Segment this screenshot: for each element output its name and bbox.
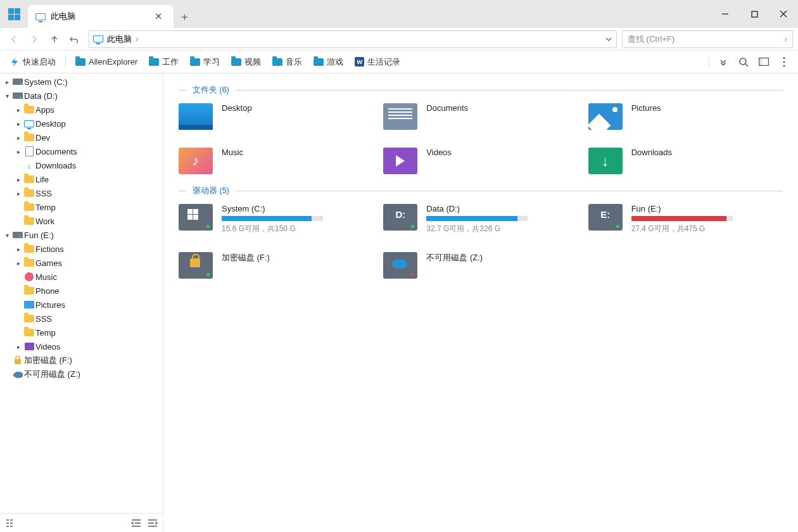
tree-row[interactable]: ▸Videos xyxy=(0,339,163,353)
bookmark-item[interactable]: 学习 xyxy=(186,54,224,70)
tree-row[interactable]: ▸Documents xyxy=(0,144,163,158)
address-bar[interactable]: 此电脑 › xyxy=(89,30,617,48)
tree-row[interactable]: 加密磁盘 (F:) xyxy=(0,353,163,367)
drive-item[interactable]: 加密磁盘 (F:) xyxy=(179,252,373,279)
tab-close-button[interactable]: ✕ xyxy=(151,10,166,23)
tree-twist-icon[interactable]: ▸ xyxy=(14,176,23,183)
tree-label: Temp xyxy=(35,203,56,212)
tree-label: Work xyxy=(35,217,54,226)
bookmark-item[interactable]: 游戏 xyxy=(309,54,348,70)
search-icon[interactable] xyxy=(735,53,752,71)
quicklaunch-button[interactable]: 快速启动 xyxy=(5,54,60,70)
tree-twist-icon[interactable]: ▸ xyxy=(14,260,23,267)
tree-row[interactable]: Work xyxy=(0,214,163,228)
tree-row[interactable]: ▸Life xyxy=(0,172,163,186)
folder-item[interactable]: Music xyxy=(179,148,373,174)
bookmark-item[interactable]: 工作 xyxy=(144,54,183,70)
tree-row[interactable]: ▸Desktop xyxy=(0,117,163,130)
tree-row[interactable]: SSS xyxy=(0,312,163,326)
tree-twist-icon[interactable]: ▸ xyxy=(3,79,11,86)
up-button[interactable] xyxy=(46,30,63,48)
bookmark-label: 学习 xyxy=(203,56,220,68)
tree-row[interactable]: ▾Fun (E:) xyxy=(0,228,163,242)
bookmark-item[interactable]: AllenExplorer xyxy=(71,54,142,70)
drive-item[interactable]: E:Fun (E:)27.4 G可用，共475 G xyxy=(588,204,783,234)
svg-point-4 xyxy=(740,58,746,65)
tree-row[interactable]: Temp xyxy=(0,326,163,339)
tab-thispc[interactable]: 此电脑 ✕ xyxy=(28,5,174,28)
tree-row[interactable]: ▾Data (D:) xyxy=(0,89,163,103)
tree-row[interactable]: ▸Games xyxy=(0,256,163,270)
folder-item[interactable]: Desktop xyxy=(179,103,373,130)
bolt-icon xyxy=(10,57,20,67)
folder-icon xyxy=(24,132,34,142)
disk-icon xyxy=(13,230,23,240)
folder-item[interactable]: Pictures xyxy=(588,103,783,130)
minimize-button[interactable] xyxy=(711,0,740,28)
tree-label: SSS xyxy=(35,314,52,324)
tree-twist-icon[interactable]: ▸ xyxy=(14,120,23,127)
tree-row[interactable]: ▸Fictions xyxy=(0,242,163,256)
folder-large-icon xyxy=(383,103,417,130)
tree-twist-icon[interactable]: ▸ xyxy=(14,148,23,155)
folder-icon xyxy=(24,188,34,198)
drive-name: 不可用磁盘 (Z:) xyxy=(426,252,483,263)
panel-icon[interactable] xyxy=(755,53,773,71)
bookmark-item[interactable]: 视频 xyxy=(227,54,265,70)
content-area: 文件夹 (6) DesktopDocumentsPicturesMusicVid… xyxy=(163,73,798,532)
tree-twist-icon[interactable]: ▸ xyxy=(14,343,23,350)
tree-label: Documents xyxy=(35,147,77,156)
tree-row[interactable]: ▸Dev xyxy=(0,130,163,144)
svg-rect-11 xyxy=(15,359,21,364)
folder-item[interactable]: Downloads xyxy=(588,148,783,174)
folder-icon xyxy=(190,57,200,67)
bookmarks-bar: 快速启动 AllenExplorer工作学习视频音乐游戏W生活记录 xyxy=(0,51,798,73)
tree-row[interactable]: Phone xyxy=(0,284,163,298)
folder-name: Pictures xyxy=(631,103,661,113)
chevron-right-icon: › xyxy=(136,34,138,44)
tree-row[interactable]: ▸System (C:) xyxy=(0,75,163,89)
tree-row[interactable]: Music xyxy=(0,270,163,284)
grid-icon[interactable] xyxy=(5,519,14,528)
forward-button[interactable] xyxy=(25,30,43,48)
disk-icon xyxy=(13,91,23,101)
bookmark-item[interactable]: 音乐 xyxy=(268,54,307,70)
tree-twist-icon[interactable]: ▾ xyxy=(3,92,11,99)
tree-row[interactable]: Temp xyxy=(0,200,163,214)
maximize-button[interactable] xyxy=(740,0,769,28)
tree-row[interactable]: Pictures xyxy=(0,298,163,312)
folder-item[interactable]: Documents xyxy=(383,103,578,130)
drive-item[interactable]: D:Data (D:)32.7 G可用，共326 G xyxy=(383,204,578,234)
folder-item[interactable]: Videos xyxy=(383,148,578,174)
overflow-button[interactable] xyxy=(714,53,732,71)
folder-icon xyxy=(314,57,324,67)
address-dropdown-button[interactable] xyxy=(605,35,612,43)
tree-row[interactable]: ▸Apps xyxy=(0,103,163,117)
svg-line-5 xyxy=(745,64,748,66)
start-button[interactable] xyxy=(0,0,28,28)
search-box[interactable]: 查找 (Ctrl+F) › xyxy=(622,30,793,48)
drive-item[interactable]: System (C:)15.6 G可用，共150 G xyxy=(179,204,373,234)
folder-icon xyxy=(24,286,34,296)
tree-twist-icon[interactable]: ▾ xyxy=(3,232,11,239)
close-button[interactable] xyxy=(769,0,798,28)
back-button[interactable] xyxy=(5,30,23,48)
tree-row[interactable]: ↓Downloads xyxy=(0,158,163,172)
folder-icon xyxy=(24,202,34,212)
indent-right-icon[interactable] xyxy=(148,519,158,528)
new-tab-button[interactable]: ＋ xyxy=(174,5,195,28)
folder-large-icon xyxy=(179,148,213,174)
indent-left-icon[interactable] xyxy=(131,519,141,528)
tree-label: Apps xyxy=(35,105,54,115)
bookmark-item[interactable]: W生活记录 xyxy=(350,54,405,70)
tree-twist-icon[interactable]: ▸ xyxy=(14,134,23,141)
tree-twist-icon[interactable]: ▸ xyxy=(14,190,23,197)
undo-button[interactable] xyxy=(66,30,84,48)
tree-row[interactable]: ▸SSS xyxy=(0,186,163,200)
tree-row[interactable]: 不可用磁盘 (Z:) xyxy=(0,367,163,381)
drive-name: Fun (E:) xyxy=(631,204,733,213)
tree-twist-icon[interactable]: ▸ xyxy=(14,106,23,113)
tree-twist-icon[interactable]: ▸ xyxy=(14,246,23,253)
more-button[interactable] xyxy=(775,53,793,71)
drive-item[interactable]: 不可用磁盘 (Z:) xyxy=(383,252,578,279)
